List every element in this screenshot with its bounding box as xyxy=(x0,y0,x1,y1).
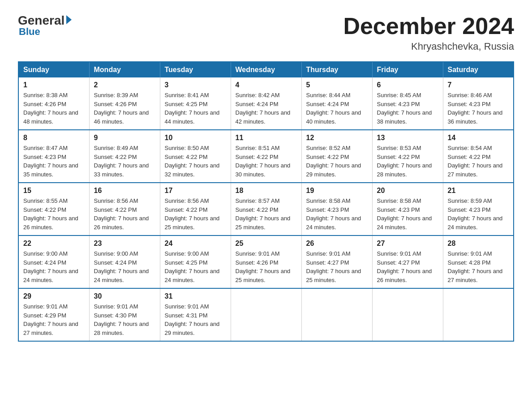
day-number: 31 xyxy=(165,292,226,300)
day-cell: 10 Sunrise: 8:50 AM Sunset: 4:22 PM Dayl… xyxy=(160,130,231,183)
day-info: Sunrise: 8:56 AM Sunset: 4:22 PM Dayligh… xyxy=(165,197,226,231)
empty-cell xyxy=(231,288,301,341)
day-info: Sunrise: 9:00 AM Sunset: 4:24 PM Dayligh… xyxy=(23,249,85,284)
day-number: 19 xyxy=(306,187,368,195)
day-number: 12 xyxy=(306,134,368,142)
day-cell: 17 Sunrise: 8:56 AM Sunset: 4:22 PM Dayl… xyxy=(160,183,231,235)
day-number: 1 xyxy=(23,81,85,89)
day-cell: 25 Sunrise: 9:01 AM Sunset: 4:26 PM Dayl… xyxy=(231,235,301,288)
day-info: Sunrise: 8:45 AM Sunset: 4:23 PM Dayligh… xyxy=(377,91,438,126)
col-wednesday: Wednesday xyxy=(231,62,301,77)
day-number: 22 xyxy=(23,240,85,248)
day-number: 30 xyxy=(94,292,155,300)
day-number: 8 xyxy=(23,134,85,142)
day-info: Sunrise: 8:55 AM Sunset: 4:22 PM Dayligh… xyxy=(23,197,85,231)
day-info: Sunrise: 8:58 AM Sunset: 4:23 PM Dayligh… xyxy=(306,197,368,231)
day-info: Sunrise: 9:01 AM Sunset: 4:27 PM Dayligh… xyxy=(377,249,438,284)
day-info: Sunrise: 8:56 AM Sunset: 4:22 PM Dayligh… xyxy=(94,197,155,231)
day-cell: 15 Sunrise: 8:55 AM Sunset: 4:22 PM Dayl… xyxy=(18,183,89,235)
day-info: Sunrise: 9:01 AM Sunset: 4:31 PM Dayligh… xyxy=(165,302,226,337)
logo-blue-text: Blue xyxy=(19,26,40,38)
day-cell: 23 Sunrise: 9:00 AM Sunset: 4:24 PM Dayl… xyxy=(89,235,160,288)
calendar-week-row: 29 Sunrise: 9:01 AM Sunset: 4:29 PM Dayl… xyxy=(18,288,514,341)
col-saturday: Saturday xyxy=(443,62,514,77)
title-block: December 2024 Khryashchevka, Russia xyxy=(343,13,514,52)
day-cell: 20 Sunrise: 8:58 AM Sunset: 4:23 PM Dayl… xyxy=(372,183,443,235)
day-info: Sunrise: 8:58 AM Sunset: 4:23 PM Dayligh… xyxy=(377,197,438,231)
day-info: Sunrise: 8:41 AM Sunset: 4:25 PM Dayligh… xyxy=(165,91,226,126)
day-info: Sunrise: 8:54 AM Sunset: 4:22 PM Dayligh… xyxy=(448,144,509,179)
day-cell: 11 Sunrise: 8:51 AM Sunset: 4:22 PM Dayl… xyxy=(231,130,301,183)
day-cell: 26 Sunrise: 9:01 AM Sunset: 4:27 PM Dayl… xyxy=(301,235,372,288)
day-number: 7 xyxy=(448,81,509,89)
day-cell: 13 Sunrise: 8:53 AM Sunset: 4:22 PM Dayl… xyxy=(372,130,443,183)
day-info: Sunrise: 8:39 AM Sunset: 4:26 PM Dayligh… xyxy=(94,91,155,126)
calendar-week-row: 1 Sunrise: 8:38 AM Sunset: 4:26 PM Dayli… xyxy=(18,77,514,130)
day-cell: 12 Sunrise: 8:52 AM Sunset: 4:22 PM Dayl… xyxy=(301,130,372,183)
logo-arrow-icon xyxy=(66,15,72,24)
day-info: Sunrise: 8:51 AM Sunset: 4:22 PM Dayligh… xyxy=(236,144,297,179)
day-number: 26 xyxy=(306,240,368,248)
day-cell: 5 Sunrise: 8:44 AM Sunset: 4:24 PM Dayli… xyxy=(301,77,372,130)
day-info: Sunrise: 8:52 AM Sunset: 4:22 PM Dayligh… xyxy=(306,144,368,179)
day-cell: 29 Sunrise: 9:01 AM Sunset: 4:29 PM Dayl… xyxy=(18,288,89,341)
day-info: Sunrise: 8:42 AM Sunset: 4:24 PM Dayligh… xyxy=(236,91,297,126)
page-header: General Blue December 2024 Khryashchevka… xyxy=(18,13,514,52)
col-friday: Friday xyxy=(372,62,443,77)
calendar-week-row: 15 Sunrise: 8:55 AM Sunset: 4:22 PM Dayl… xyxy=(18,183,514,235)
day-number: 9 xyxy=(94,134,155,142)
calendar-week-row: 22 Sunrise: 9:00 AM Sunset: 4:24 PM Dayl… xyxy=(18,235,514,288)
day-info: Sunrise: 9:01 AM Sunset: 4:28 PM Dayligh… xyxy=(448,249,509,284)
calendar-week-row: 8 Sunrise: 8:47 AM Sunset: 4:23 PM Dayli… xyxy=(18,130,514,183)
day-cell: 6 Sunrise: 8:45 AM Sunset: 4:23 PM Dayli… xyxy=(372,77,443,130)
logo: General Blue xyxy=(18,13,72,38)
day-number: 25 xyxy=(236,240,297,248)
day-number: 27 xyxy=(377,240,438,248)
day-number: 15 xyxy=(23,187,85,195)
day-info: Sunrise: 8:57 AM Sunset: 4:22 PM Dayligh… xyxy=(236,197,297,231)
day-info: Sunrise: 8:50 AM Sunset: 4:22 PM Dayligh… xyxy=(165,144,226,179)
day-number: 21 xyxy=(448,187,509,195)
day-info: Sunrise: 9:01 AM Sunset: 4:27 PM Dayligh… xyxy=(306,249,368,284)
day-info: Sunrise: 8:44 AM Sunset: 4:24 PM Dayligh… xyxy=(306,91,368,126)
day-number: 6 xyxy=(377,81,438,89)
day-number: 5 xyxy=(306,81,368,89)
day-cell: 8 Sunrise: 8:47 AM Sunset: 4:23 PM Dayli… xyxy=(18,130,89,183)
day-number: 29 xyxy=(23,292,85,300)
day-info: Sunrise: 8:46 AM Sunset: 4:23 PM Dayligh… xyxy=(448,91,509,126)
day-cell: 27 Sunrise: 9:01 AM Sunset: 4:27 PM Dayl… xyxy=(372,235,443,288)
day-number: 17 xyxy=(165,187,226,195)
day-cell: 22 Sunrise: 9:00 AM Sunset: 4:24 PM Dayl… xyxy=(18,235,89,288)
day-info: Sunrise: 8:53 AM Sunset: 4:22 PM Dayligh… xyxy=(377,144,438,179)
day-cell: 16 Sunrise: 8:56 AM Sunset: 4:22 PM Dayl… xyxy=(89,183,160,235)
day-number: 10 xyxy=(165,134,226,142)
day-info: Sunrise: 9:00 AM Sunset: 4:25 PM Dayligh… xyxy=(165,249,226,284)
day-cell: 7 Sunrise: 8:46 AM Sunset: 4:23 PM Dayli… xyxy=(443,77,514,130)
day-cell: 18 Sunrise: 8:57 AM Sunset: 4:22 PM Dayl… xyxy=(231,183,301,235)
day-cell: 14 Sunrise: 8:54 AM Sunset: 4:22 PM Dayl… xyxy=(443,130,514,183)
day-number: 20 xyxy=(377,187,438,195)
col-monday: Monday xyxy=(89,62,160,77)
day-number: 24 xyxy=(165,240,226,248)
day-number: 23 xyxy=(94,240,155,248)
day-cell: 1 Sunrise: 8:38 AM Sunset: 4:26 PM Dayli… xyxy=(18,77,89,130)
day-cell: 4 Sunrise: 8:42 AM Sunset: 4:24 PM Dayli… xyxy=(231,77,301,130)
day-number: 28 xyxy=(448,240,509,248)
day-cell: 31 Sunrise: 9:01 AM Sunset: 4:31 PM Dayl… xyxy=(160,288,231,341)
day-number: 16 xyxy=(94,187,155,195)
day-info: Sunrise: 9:01 AM Sunset: 4:26 PM Dayligh… xyxy=(236,249,297,284)
day-cell: 21 Sunrise: 8:59 AM Sunset: 4:23 PM Dayl… xyxy=(443,183,514,235)
day-number: 2 xyxy=(94,81,155,89)
day-info: Sunrise: 9:01 AM Sunset: 4:30 PM Dayligh… xyxy=(94,302,155,337)
day-number: 14 xyxy=(448,134,509,142)
day-number: 13 xyxy=(377,134,438,142)
calendar-header-row: Sunday Monday Tuesday Wednesday Thursday… xyxy=(18,62,514,77)
day-info: Sunrise: 9:01 AM Sunset: 4:29 PM Dayligh… xyxy=(23,302,85,337)
empty-cell xyxy=(372,288,443,341)
col-tuesday: Tuesday xyxy=(160,62,231,77)
day-number: 4 xyxy=(236,81,297,89)
day-cell: 24 Sunrise: 9:00 AM Sunset: 4:25 PM Dayl… xyxy=(160,235,231,288)
month-title: December 2024 xyxy=(343,13,514,39)
day-number: 3 xyxy=(165,81,226,89)
empty-cell xyxy=(301,288,372,341)
